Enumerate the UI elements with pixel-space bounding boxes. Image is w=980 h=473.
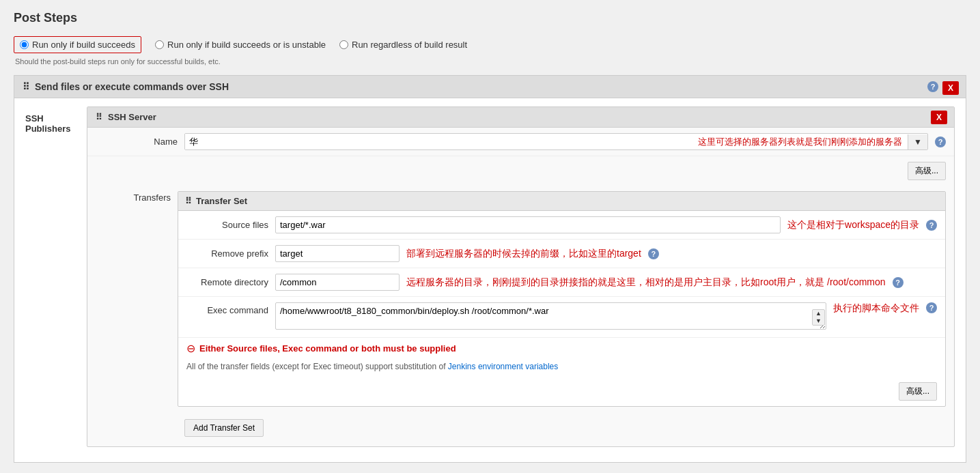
name-row: Name 这里可选择的服务器列表就是我们刚刚添加的服务器 ▼ ? [87,128,954,156]
exec-command-spinner[interactable]: ▲ ▼ [812,309,825,326]
outer-section-header: ⠿ Send files or execute commands over SS… [14,76,966,98]
name-label: Name [96,137,178,147]
radio-input-1[interactable] [20,40,29,49]
transfer-set-header: ⠿ Transfer Set [178,192,945,211]
radio-group: Run only if build succeeds Run only if b… [14,36,966,53]
error-icon: ⊖ [186,342,195,355]
remove-section-button[interactable]: X [942,81,959,95]
ssh-server-title: SSH Server [108,112,156,122]
spinner-up-icon[interactable]: ▲ [813,310,824,317]
spinner-down-icon[interactable]: ▼ [813,317,824,325]
add-transfer-wrapper: Add Transfer Set [96,412,946,441]
remove-prefix-help-icon[interactable]: ? [648,248,659,259]
ssh-server-dots-icon: ⠿ [96,112,102,122]
name-dropdown-arrow[interactable]: ▼ [908,134,927,149]
page-title: Post Steps [14,11,966,25]
advanced-button-bottom[interactable]: 高级... [899,382,937,401]
remote-directory-input[interactable] [275,274,400,291]
radio-option-1[interactable]: Run only if build succeeds [14,36,141,53]
remove-prefix-annotation: 部署到远程服务器的时候去掉的前缀，比如这里的target [406,248,641,260]
radio-label-1: Run only if build succeeds [32,40,135,50]
remove-prefix-input[interactable] [275,245,400,262]
radio-option-3[interactable]: Run regardless of build result [339,40,467,50]
radio-input-2[interactable] [155,40,164,49]
outer-section: ⠿ Send files or execute commands over SS… [14,75,966,463]
advanced-btn-row-top: 高级... [87,156,954,186]
radio-label-2: Run only if build succeeds or is unstabl… [167,40,326,50]
name-annotation: 这里可选择的服务器列表就是我们刚刚添加的服务器 [692,136,908,148]
ssh-publishers-label: SSH Publishers [25,106,80,134]
remote-directory-row: Remote directory 远程服务器的目录，刚刚提到的目录拼接指的就是这… [178,268,945,297]
info-link[interactable]: Jenkins environment variables [448,362,558,371]
radio-input-3[interactable] [339,40,348,49]
exec-command-row: Exec command ▲ ▼ 执行的脚本命令文件 [178,297,945,338]
transfer-set-title: Transfer Set [196,196,247,206]
exec-command-label: Exec command [186,302,268,315]
remove-ssh-server-button[interactable]: X [931,111,947,124]
source-files-help-icon[interactable]: ? [926,220,937,231]
source-files-row: Source files 这个是相对于workspace的目录 ? [178,211,945,240]
transfers-label-text: Transfers [96,191,178,203]
source-files-annotation: 这个是相对于workspace的目录 [787,219,919,231]
name-input[interactable] [185,134,692,149]
error-text: Either Source files, Exec command or bot… [199,343,456,354]
remote-directory-annotation: 远程服务器的目录，刚刚提到的目录拼接指的就是这里，相对的是用户主目录，比如roo… [406,276,886,289]
source-files-input[interactable] [275,216,781,233]
remove-prefix-row: Remove prefix 部署到远程服务器的时候去掉的前缀，比如这里的targ… [178,240,945,268]
advanced-button-top[interactable]: 高级... [908,162,946,180]
remote-directory-help-icon[interactable]: ? [893,277,904,288]
transfers-section: Transfers ⠿ Transfer Set Source files [87,186,954,446]
transfer-set-dots-icon: ⠿ [185,196,192,206]
radio-label-3: Run regardless of build result [352,40,467,50]
section-dots-icon: ⠿ [23,81,29,92]
exec-command-annotation: 执行的脚本命令文件 [833,302,919,315]
exec-command-input[interactable] [275,302,826,330]
info-text: All of the transfer fields (except for E… [186,362,448,371]
ssh-server-header: ⠿ SSH Server X [87,107,954,128]
name-help-icon[interactable]: ? [935,137,946,147]
remote-directory-label: Remote directory [186,277,268,287]
transfer-set-block: ⠿ Transfer Set Source files 这个是相对于worksp… [178,191,946,407]
radio-hint: Should the post-build steps run only for… [15,57,966,66]
exec-command-help-icon[interactable]: ? [926,302,937,313]
section-title: Send files or execute commands over SSH [35,81,229,92]
section-help-icon[interactable]: ? [927,81,938,92]
remove-prefix-label: Remove prefix [186,248,268,259]
exec-command-wrapper: ▲ ▼ [275,302,826,332]
radio-option-2[interactable]: Run only if build succeeds or is unstabl… [155,40,326,50]
ssh-publishers-content: ⠿ SSH Server X Name 这里可选择的服务器列表就是我们刚刚添加的… [87,106,955,454]
add-transfer-set-button[interactable]: Add Transfer Set [184,419,264,437]
name-input-wrapper: 这里可选择的服务器列表就是我们刚刚添加的服务器 ▼ [184,133,928,150]
ssh-server-block: ⠿ SSH Server X Name 这里可选择的服务器列表就是我们刚刚添加的… [87,106,955,447]
ssh-publishers-layout: SSH Publishers ⠿ SSH Server X Name 这里可选 [14,98,966,462]
page-container: Post Steps Run only if build succeeds Ru… [0,0,980,473]
info-row: All of the transfer fields (except for E… [178,359,945,377]
source-files-label: Source files [186,220,268,230]
transfers-label-row: Transfers ⠿ Transfer Set Source files [96,191,946,407]
advanced-btn-row-bottom: 高级... [178,377,945,406]
error-row: ⊖ Either Source files, Exec command or b… [178,338,945,359]
